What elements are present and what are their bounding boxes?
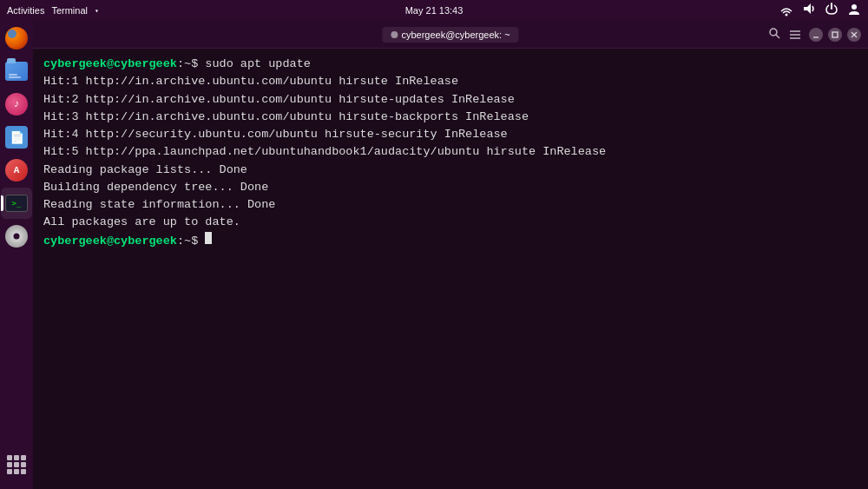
command-line-2: cybergeek@cybergeek:~$ bbox=[43, 232, 858, 250]
output-line-3: Hit:3 http://in.archive.ubuntu.com/ubunt… bbox=[43, 109, 858, 126]
taskbar-item-files[interactable] bbox=[1, 56, 32, 87]
output-line-8: Reading state information... Done bbox=[43, 196, 858, 214]
prompt-separator: :~$ bbox=[177, 56, 205, 73]
taskbar-item-appcenter[interactable]: A bbox=[1, 155, 32, 186]
taskbar-item-appgrid[interactable] bbox=[1, 449, 32, 480]
terminal-window: cybergeek@cybergeek: ~ bbox=[33, 21, 868, 489]
system-menu-icon[interactable] bbox=[847, 3, 861, 19]
output-line-2: Hit:2 http://in.archive.ubuntu.com/ubunt… bbox=[43, 91, 858, 109]
output-line-6: Reading package lists... Done bbox=[43, 162, 858, 179]
taskbar-item-disc[interactable] bbox=[1, 221, 32, 252]
terminal-cursor bbox=[205, 232, 212, 244]
power-icon[interactable] bbox=[825, 2, 838, 19]
app-menu-button[interactable]: Terminal bbox=[51, 5, 88, 16]
app-menu-arrow-icon: ▾ bbox=[95, 7, 99, 15]
svg-point-0 bbox=[786, 13, 788, 16]
output-line-5: Hit:5 http://ppa.launchpad.net/ubuntuhan… bbox=[43, 143, 858, 161]
svg-line-3 bbox=[776, 35, 779, 38]
terminal-menu-icon[interactable] bbox=[786, 26, 804, 43]
prompt-command: sudo apt update bbox=[205, 56, 311, 73]
sound-icon[interactable] bbox=[802, 2, 816, 19]
terminal-close-button[interactable] bbox=[847, 28, 861, 42]
svg-rect-8 bbox=[832, 32, 838, 37]
output-line-9: All packages are up to date. bbox=[43, 214, 858, 231]
output-line-7: Building dependency tree... Done bbox=[43, 179, 858, 196]
terminal-titlebar: cybergeek@cybergeek: ~ bbox=[33, 21, 868, 49]
terminal-minimize-button[interactable] bbox=[809, 28, 823, 42]
taskbar-item-rhythmbox[interactable]: ♪ bbox=[1, 89, 32, 120]
output-line-4: Hit:4 http://security.ubuntu.com/ubuntu … bbox=[43, 126, 858, 143]
terminal-content[interactable]: cybergeek@cybergeek:~$ sudo apt update H… bbox=[33, 49, 868, 489]
topbar-datetime: May 21 13:43 bbox=[405, 5, 464, 16]
prompt-user: cybergeek@cybergeek bbox=[43, 56, 177, 73]
svg-point-1 bbox=[852, 4, 857, 10]
prompt-separator-2: :~$ bbox=[177, 233, 205, 250]
taskbar: ♪ 📄 A >_ bbox=[0, 0, 33, 489]
svg-point-2 bbox=[770, 29, 777, 36]
output-line-1: Hit:1 http://in.archive.ubuntu.com/ubunt… bbox=[43, 73, 858, 90]
terminal-maximize-button[interactable] bbox=[828, 28, 842, 42]
terminal-tab[interactable]: cybergeek@cybergeek: ~ bbox=[382, 27, 518, 43]
terminal-search-icon[interactable] bbox=[767, 26, 781, 43]
command-line-1: cybergeek@cybergeek:~$ sudo apt update bbox=[43, 56, 858, 73]
taskbar-item-firefox[interactable] bbox=[1, 23, 32, 54]
prompt-user-2: cybergeek@cybergeek bbox=[43, 233, 177, 250]
network-icon[interactable] bbox=[779, 3, 793, 19]
activities-button[interactable]: Activities bbox=[7, 5, 44, 16]
taskbar-item-texteditor[interactable]: 📄 bbox=[1, 122, 32, 153]
taskbar-item-terminal[interactable]: >_ bbox=[1, 188, 32, 219]
